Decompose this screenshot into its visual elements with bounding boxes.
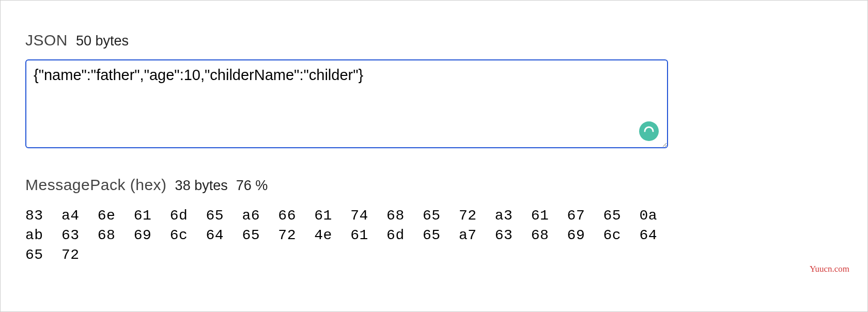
main-container: JSON 50 bytes MessagePack (hex) 38 bytes… [1, 1, 867, 285]
json-label: JSON [25, 32, 68, 49]
msgpack-header: MessagePack (hex) 38 bytes 76 % [25, 176, 843, 194]
json-header: JSON 50 bytes [25, 32, 843, 49]
msgpack-byte-count: 38 bytes [175, 178, 228, 194]
json-input-wrapper [25, 59, 668, 150]
msgpack-percent: 76 % [236, 178, 268, 194]
msgpack-label: MessagePack (hex) [25, 176, 167, 194]
valid-check-icon [639, 121, 659, 141]
json-byte-count: 50 bytes [76, 33, 129, 49]
hex-output: 83 a4 6e 61 6d 65 a6 66 61 74 68 65 72 a… [25, 206, 666, 264]
watermark: Yuucn.com [810, 264, 849, 274]
json-input[interactable] [25, 59, 668, 148]
